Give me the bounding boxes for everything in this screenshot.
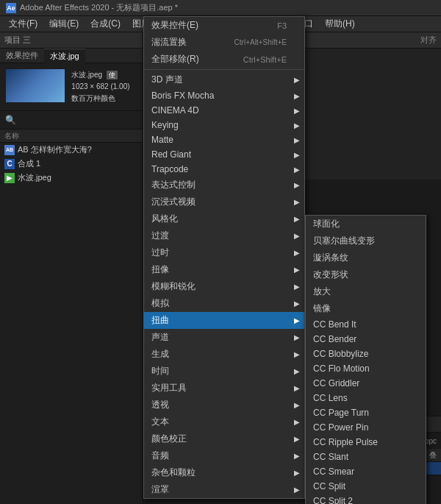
menu-item-boris[interactable]: Boris FX Mocha ▶	[144, 88, 304, 103]
menu-item-audio[interactable]: 音频 ▶	[144, 447, 304, 464]
ab-icon: AB	[4, 145, 15, 155]
project-col-header: 名称	[0, 129, 143, 143]
sub-cc-split-2[interactable]: CC Split 2	[306, 494, 426, 504]
sub-cc-griddler[interactable]: CC Griddler	[306, 376, 426, 391]
sub-cc-power-pin[interactable]: CC Power Pin	[306, 420, 426, 435]
menu-item-text-fx[interactable]: 文本 ▶	[144, 414, 304, 430]
tab-effects-controls[interactable]: 效果控件	[0, 49, 44, 63]
sub-cc-blobbylize[interactable]: CC Blobbylize	[306, 347, 426, 361]
left-panel: 项目 三 效果控件 水波.jpg 水波.jpeg 使 1023 × 682 (1…	[0, 32, 143, 504]
menu-item-remove-all[interactable]: 全部移除(R) Ctrl+Shift+E	[144, 51, 304, 68]
menu-item-obsolete[interactable]: 过时 ▶	[144, 244, 304, 261]
footage-icon: ▶	[4, 173, 15, 183]
menu-item-time[interactable]: 时间 ▶	[144, 363, 304, 380]
menu-item-red-giant[interactable]: Red Giant ▶	[144, 147, 304, 162]
sub-magnify[interactable]: 放大	[306, 283, 426, 300]
menu-help[interactable]: 帮助(H)	[319, 16, 361, 32]
title-bar: Ae Adobe After Effects 2020 - 无标题项目.aep …	[0, 0, 441, 16]
menu-item-cinema4d[interactable]: CINEMA 4D ▶	[144, 103, 304, 118]
menu-item-simulation[interactable]: 模拟 ▶	[144, 295, 304, 312]
menu-item-blur[interactable]: 模糊和锐化 ▶	[144, 278, 304, 295]
project-item-comp[interactable]: C 合成 1	[0, 157, 143, 171]
menu-file[interactable]: 文件(F)	[3, 16, 43, 32]
menu-item-matte[interactable]: Matte ▶	[144, 132, 304, 147]
sub-bezier-warp[interactable]: 贝塞尔曲线变形	[306, 233, 426, 249]
project-item-footage-label: 水波.jpeg	[18, 172, 51, 183]
sub-cc-page-turn[interactable]: CC Page Turn	[306, 405, 426, 420]
menu-item-color[interactable]: 颜色校正 ▶	[144, 430, 304, 447]
menu-item-effect-controls[interactable]: 效果控件(E) F3	[144, 17, 304, 34]
project-item-ab-label: AB 怎样制作宽大海?	[18, 144, 92, 155]
menu-item-generate[interactable]: 生成 ▶	[144, 346, 304, 363]
menu-item-keying[interactable]: Keying ▶	[144, 118, 304, 132]
preview-filename: 水波.jpeg 使	[71, 69, 129, 81]
project-panel-header: 项目 三	[0, 32, 143, 49]
sub-cc-flo-motion[interactable]: CC Flo Motion	[306, 361, 426, 376]
menu-item-transition[interactable]: 过渡 ▶	[144, 227, 304, 244]
sub-mirror[interactable]: 镜像	[306, 300, 426, 317]
preview-info: 水波.jpeg 使 1023 × 682 (1.00) 数百万种颜色	[71, 69, 129, 104]
app-icon: Ae	[6, 3, 16, 13]
sub-cc-ripple-pulse[interactable]: CC Ripple Pulse	[306, 435, 426, 450]
preview-dimensions: 1023 × 682 (1.00)	[71, 81, 129, 93]
effect-dropdown-menu: 效果控件(E) F3 湍流置换 Ctrl+Alt+Shift+E 全部移除(R)…	[143, 16, 305, 499]
project-item-footage[interactable]: ▶ 水波.jpeg	[0, 171, 143, 185]
menu-item-immersive[interactable]: 沉浸式视频 ▶	[144, 194, 304, 210]
search-icon: 🔍	[4, 114, 16, 126]
project-item-comp-label: 合成 1	[18, 158, 40, 169]
sub-ripple[interactable]: 漩涡条纹	[306, 249, 426, 266]
preview-description: 数百万种颜色	[71, 93, 129, 104]
separator-1	[144, 69, 304, 70]
project-panel-title: 项目 三	[4, 35, 31, 46]
menu-item-stylize[interactable]: 风格化 ▶	[144, 210, 304, 227]
sub-cc-bend-it[interactable]: CC Bend It	[306, 317, 426, 332]
comp-icon: C	[4, 159, 15, 169]
tab-project[interactable]: 水波.jpg	[44, 49, 85, 63]
name-column-header: 名称	[4, 131, 19, 141]
sub-cc-slant[interactable]: CC Slant	[306, 450, 426, 464]
project-preview: 水波.jpeg 使 1023 × 682 (1.00) 数百万种颜色	[0, 63, 143, 111]
menu-item-noise[interactable]: 杂色和颗粒 ▶	[144, 464, 304, 481]
sub-cc-split[interactable]: CC Split	[306, 479, 426, 494]
menu-item-utility[interactable]: 实用工具 ▶	[144, 380, 304, 397]
menu-item-matte2[interactable]: 渲罩 ▶	[144, 481, 304, 498]
sub-cc-smear[interactable]: CC Smear	[306, 464, 426, 479]
menu-item-distort[interactable]: 扭曲 ▶	[144, 312, 304, 329]
distort-submenu: 球面化 贝塞尔曲线变形 漩涡条纹 改变形状 放大 镜像 CC Bend It C…	[305, 215, 426, 504]
panel-tabs: 效果控件 水波.jpg	[0, 49, 143, 63]
blend-col: 叠	[429, 450, 437, 461]
sub-reshape[interactable]: 改变形状	[306, 266, 426, 283]
menu-item-perspective[interactable]: 透视 ▶	[144, 397, 304, 414]
menu-item-channel[interactable]: 声道 ▶	[144, 329, 304, 346]
menu-compose[interactable]: 合成(C)	[85, 16, 126, 32]
preview-thumbnail	[6, 69, 65, 102]
menu-item-trapcode[interactable]: Trapcode ▶	[144, 162, 304, 177]
sub-cc-lens[interactable]: CC Lens	[306, 391, 426, 405]
menu-edit[interactable]: 编辑(E)	[43, 16, 85, 32]
sub-cc-bender[interactable]: CC Bender	[306, 332, 426, 347]
align-label: 对齐	[420, 35, 437, 46]
menu-item-warp[interactable]: 扭像 ▶	[144, 261, 304, 278]
menu-item-3d[interactable]: 3D 声道 ▶	[144, 71, 304, 88]
sub-spherize[interactable]: 球面化	[306, 216, 426, 233]
search-bar: 🔍	[0, 111, 143, 129]
menu-item-turbulent-displace[interactable]: 湍流置换 Ctrl+Alt+Shift+E	[144, 34, 304, 51]
project-item-ab[interactable]: AB AB 怎样制作宽大海?	[0, 143, 143, 157]
app-title: Adobe After Effects 2020 - 无标题项目.aep *	[20, 2, 178, 13]
menu-item-expression[interactable]: 表达式控制 ▶	[144, 177, 304, 194]
